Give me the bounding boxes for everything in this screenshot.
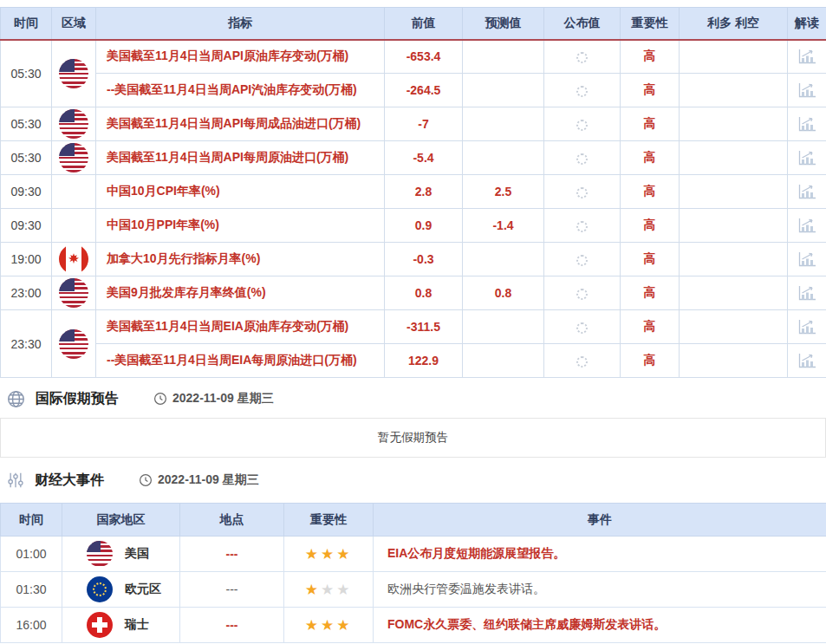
col-header-country: 国家地区 <box>62 504 180 537</box>
chart-icon[interactable] <box>797 49 816 65</box>
chart-icon[interactable] <box>797 285 816 302</box>
previous-value-label: -311.5 <box>406 320 440 334</box>
event-link[interactable]: 欧洲央行管委温施发表讲话。 <box>387 582 545 595</box>
previous-value-label: -264.5 <box>406 83 441 97</box>
indicator-link[interactable]: 中国10月CPI年率(%) <box>107 184 220 198</box>
previous-value-label: -653.4 <box>406 49 441 63</box>
chart-icon[interactable] <box>797 184 816 200</box>
table-row: 23:30 美国截至11月4日当周EIA原油库存变动(万桶) -311.5 高 <box>1 310 826 344</box>
indicator-link[interactable]: --美国截至11月4日当周API汽油库存变动(万桶) <box>107 82 357 96</box>
published-cell <box>544 243 621 276</box>
chart-icon[interactable] <box>797 251 816 268</box>
bulls-bears-cell <box>680 40 788 74</box>
importance-cell: ★★★ <box>284 572 374 608</box>
region-cell <box>52 276 96 310</box>
bulls-bears-cell <box>680 243 788 276</box>
table-row: 01:00 美国 --- ★★★ EIA公布月度短期能源展望报告。 <box>1 537 826 572</box>
calendar-header-row: 时间 区域 指标 前值 预测值 公布值 重要性 利多 利空 解读 <box>1 8 826 40</box>
previous-value: 0.9 <box>385 209 463 243</box>
published-cell <box>544 310 621 344</box>
importance-label: 高 <box>644 82 656 96</box>
loading-spinner-icon <box>576 221 588 232</box>
previous-value: -311.5 <box>385 310 463 344</box>
published-cell <box>544 344 621 378</box>
indicator-link[interactable]: 美国9月批发库存月率终值(%) <box>107 285 266 299</box>
chart-icon[interactable] <box>797 218 816 234</box>
time-label: 05:30 <box>10 67 41 81</box>
region-cell <box>52 243 96 276</box>
published-cell <box>544 276 621 310</box>
previous-value-label: -5.4 <box>413 151 433 165</box>
indicator-link[interactable]: 美国截至11月4日当周API每周原油进口(万桶) <box>107 150 348 164</box>
col-header-published: 公布值 <box>544 8 621 40</box>
indicator-link[interactable]: 美国截至11月4日当周EIA原油库存变动(万桶) <box>107 319 348 333</box>
chart-icon[interactable] <box>797 353 816 369</box>
indicator-link[interactable]: 加拿大10月先行指标月率(%) <box>107 251 260 265</box>
indicator-link[interactable]: 中国10月PPI年率(%) <box>107 218 219 231</box>
events-table: 时间 国家地区 地点 重要性 事件 01:00 美国 --- ★★★ EIA公布… <box>0 503 826 643</box>
previous-value: -5.4 <box>385 141 463 175</box>
interpret-cell <box>788 40 826 74</box>
previous-value-label: -0.3 <box>413 252 433 266</box>
importance-cell: ★★★ <box>284 537 374 572</box>
time-label: 01:00 <box>16 547 46 561</box>
chart-icon[interactable] <box>797 82 816 99</box>
star-icon: ★ <box>321 546 336 563</box>
previous-value: -0.3 <box>385 243 463 276</box>
indicator-cell: 美国截至11月4日当周EIA原油库存变动(万桶) <box>96 310 385 344</box>
table-row: 05:30 美国截至11月4日当周API每周成品油进口(万桶) -7 高 <box>1 107 826 141</box>
clock-icon <box>153 392 167 406</box>
time-label: 05:30 <box>10 151 41 165</box>
time-label: 09:30 <box>10 185 41 198</box>
forecast-value <box>463 243 544 276</box>
location-cell: --- <box>180 537 284 572</box>
time-cell: 01:30 <box>1 572 62 608</box>
col-header-indicator: 指标 <box>96 8 385 40</box>
event-link[interactable]: FOMC永久票委、纽约联储主席威廉姆斯发表讲话。 <box>387 617 666 631</box>
indicator-cell: 美国截至11月4日当周API每周原油进口(万桶) <box>96 141 385 175</box>
star-icon: ★ <box>336 582 352 598</box>
loading-spinner-icon <box>576 289 588 300</box>
previous-value: -7 <box>385 107 463 141</box>
table-row: 05:30 美国截至11月4日当周API每周原油进口(万桶) -5.4 高 <box>1 141 826 175</box>
forecast-value: 0.8 <box>463 276 544 310</box>
location-cell: --- <box>180 572 284 608</box>
previous-value-label: 2.8 <box>415 185 432 198</box>
published-cell <box>544 209 621 243</box>
event-link[interactable]: EIA公布月度短期能源展望报告。 <box>387 546 565 560</box>
time-label: 16:00 <box>16 618 46 632</box>
indicator-cell: 美国截至11月4日当周API每周成品油进口(万桶) <box>96 107 385 141</box>
indicator-link[interactable]: 美国截至11月4日当周API每周成品油进口(万桶) <box>107 116 361 130</box>
time-label: 23:00 <box>10 286 41 300</box>
loading-spinner-icon <box>576 120 588 131</box>
country-cell: 美国 <box>62 537 180 572</box>
indicator-cell: 美国截至11月4日当周API原油库存变动(万桶) <box>96 40 385 74</box>
importance-cell: 高 <box>621 209 680 243</box>
importance-cell: 高 <box>621 40 680 74</box>
previous-value: 2.8 <box>385 175 463 209</box>
holiday-empty-text: 暂无假期预告 <box>378 430 448 446</box>
chart-icon[interactable] <box>797 319 816 335</box>
economic-calendar-table: 时间 区域 指标 前值 预测值 公布值 重要性 利多 利空 解读 05:30 美… <box>0 7 826 378</box>
importance-cell: 高 <box>621 74 680 107</box>
indicator-link[interactable]: 美国截至11月4日当周API原油库存变动(万桶) <box>107 49 348 62</box>
col-header-location: 地点 <box>180 504 284 537</box>
maple-leaf-icon <box>68 253 81 266</box>
indicator-link[interactable]: --美国截至11月4日当周EIA每周原油进口(万桶) <box>107 353 357 367</box>
table-row: 01:30 欧元区 --- ★★★ 欧洲央行管委温施发表讲话。 <box>1 572 826 608</box>
indicator-cell: 美国9月批发库存月率终值(%) <box>96 276 385 310</box>
col-header-importance: 重要性 <box>284 504 374 537</box>
chart-icon[interactable] <box>797 116 816 133</box>
importance-label: 高 <box>644 116 656 130</box>
col-header-interpret: 解读 <box>788 8 826 40</box>
region-flag-icon <box>59 143 88 172</box>
published-cell <box>544 141 621 175</box>
location-label: --- <box>226 547 238 561</box>
importance-cell: ★★★ <box>284 608 374 643</box>
region-cell <box>52 310 96 378</box>
chart-icon[interactable] <box>797 150 816 166</box>
previous-value-label: -7 <box>418 117 428 131</box>
holiday-date: 2022-11-09 星期三 <box>153 391 274 407</box>
interpret-cell <box>788 276 826 310</box>
sliders-icon <box>7 472 24 489</box>
